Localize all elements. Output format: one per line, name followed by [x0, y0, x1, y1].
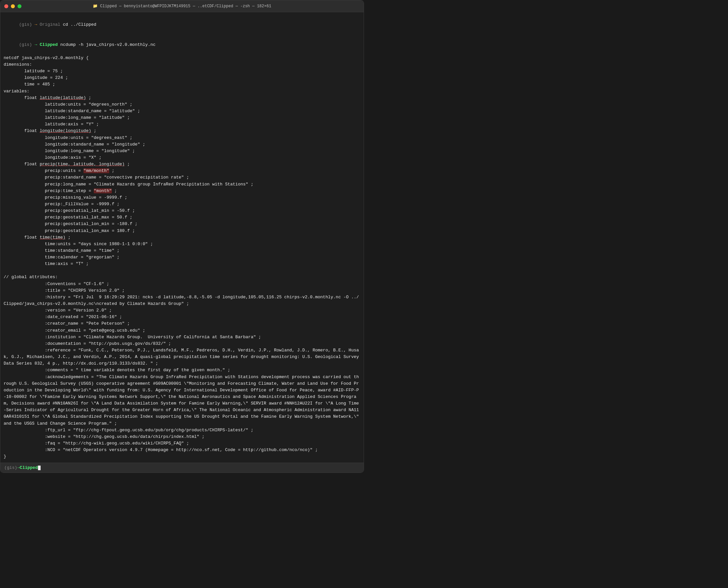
window-title: 📁 Clipped — bennyistanto@WFPIDJKTM149915… [93, 4, 271, 8]
bottom-dir: Clipped [20, 465, 38, 470]
terminal-line: time:axis = "T" ; [4, 261, 360, 267]
terminal-line: netcdf java_chirps-v2.0.monthly { [4, 55, 360, 61]
terminal-line: float latitude(latitude) ; [4, 95, 360, 101]
terminal-line: time = 485 ; [4, 81, 360, 88]
terminal-line [4, 267, 360, 274]
terminal-line: precip:time_step = "month" ; [4, 188, 360, 194]
terminal-line: longitude:long_name = "longitude" ; [4, 148, 360, 154]
close-button[interactable] [4, 4, 8, 8]
terminal-window: 📁 Clipped — bennyistanto@WFPIDJKTM149915… [0, 0, 364, 473]
terminal-line: :creator_name = "Pete Peterson" ; [4, 320, 360, 327]
maximize-button[interactable] [18, 4, 21, 8]
terminal-line: :history = "Fri Jul 9 16:29:29 2021: nck… [4, 294, 360, 307]
bottom-prompt-gis: (gis) [4, 465, 17, 470]
terminal-line: float time(time) ; [4, 234, 360, 241]
terminal-line: latitude = 75 ; [4, 68, 360, 75]
terminal-line: precip:geostatial_lon_min = -180.f ; [4, 221, 360, 227]
terminal-line: (gis) → Clipped ncdump -h java_chirps-v2… [4, 35, 360, 55]
terminal-line: variables: [4, 88, 360, 95]
terminal-line: :date_created = "2021-06-16" ; [4, 314, 360, 320]
terminal-line: time:standard_name = "time" ; [4, 248, 360, 254]
terminal-line: longitude:axis = "X" ; [4, 154, 360, 161]
terminal-line: precip:_FillValue = -9999.f ; [4, 201, 360, 208]
terminal-line: :NCO = "netCDF Operators version 4.9.7 (… [4, 447, 360, 454]
terminal-line: :faq = "http://chg-wiki.geog.ucsb.edu/wi… [4, 440, 360, 447]
terminal-line: time:units = "days since 1980-1-1 0:0:0"… [4, 241, 360, 248]
terminal-line: :documentation = "http://pubs.usgs.gov/d… [4, 340, 360, 347]
traffic-lights [4, 4, 21, 8]
terminal-line: longitude = 224 ; [4, 75, 360, 81]
terminal-line: precip:geostatial_lon_max = 180.f ; [4, 228, 360, 234]
bottom-prompt-bar: (gis) → Clipped [0, 463, 364, 472]
title-bar: 📁 Clipped — bennyistanto@WFPIDJKTM149915… [0, 0, 364, 12]
terminal-line: :title = "CHIRPS Version 2.0" ; [4, 288, 360, 294]
terminal-line: :reference = "Funk, C.C., Peterson, P.J.… [4, 347, 360, 367]
terminal-line: :version = "Version 2.0" ; [4, 307, 360, 314]
minimize-button[interactable] [11, 4, 15, 8]
terminal-line: } [4, 454, 360, 460]
terminal-line: (gis) → Original cd ../Clipped [4, 15, 360, 35]
terminal-line: precip:geostatial_lat_max = 50.f ; [4, 214, 360, 221]
terminal-line: :institution = "Climate Hazards Group. U… [4, 334, 360, 340]
terminal-line: float longitude(longitude) ; [4, 128, 360, 134]
terminal-line: precip:long_name = "Climate Hazards grou… [4, 181, 360, 188]
bottom-arrow: → [17, 465, 20, 470]
terminal-line: float precip(time, latitude, longitude) … [4, 161, 360, 168]
terminal-line: longitude:units = "degrees_east" ; [4, 134, 360, 141]
terminal-content[interactable]: (gis) → Original cd ../Clipped (gis) → C… [0, 12, 364, 463]
terminal-line: longitude:standard_name = "longitude" ; [4, 141, 360, 148]
terminal-line: time:calendar = "gregorian" ; [4, 254, 360, 261]
terminal-line: latitude:axis = "Y" ; [4, 121, 360, 128]
terminal-line: latitude:long_name = "latitude" ; [4, 114, 360, 121]
terminal-line: precip:units = "mm/month" ; [4, 168, 360, 174]
terminal-line: precip:geostatial_lat_min = -50.f ; [4, 208, 360, 214]
terminal-line: latitude:standard_name = "latitude" ; [4, 108, 360, 114]
terminal-line: precip:missing_value = -9999.f ; [4, 194, 360, 201]
terminal-line: :creator_email = "pete@geog.ucsb.edu" ; [4, 327, 360, 334]
terminal-line: // global attributes: [4, 274, 360, 280]
terminal-line: dimensions: [4, 61, 360, 68]
terminal-line: :ftp_url = "ftp://chg-ftpout.geog.ucsb.e… [4, 427, 360, 434]
terminal-line: :website = "http://chg.geog.ucsb.edu/dat… [4, 434, 360, 440]
terminal-line: latitude:units = "degrees_north" ; [4, 101, 360, 108]
terminal-line: precip:standard_name = "convective preci… [4, 174, 360, 181]
terminal-line: :Conventions = "CF-1.6" ; [4, 281, 360, 288]
folder-icon: 📁 [93, 4, 100, 8]
terminal-line: :comments = " time variable denotes the … [4, 367, 360, 374]
cursor [38, 466, 41, 470]
terminal-line: :acknowledgements = "The Climate Hazards… [4, 374, 360, 427]
